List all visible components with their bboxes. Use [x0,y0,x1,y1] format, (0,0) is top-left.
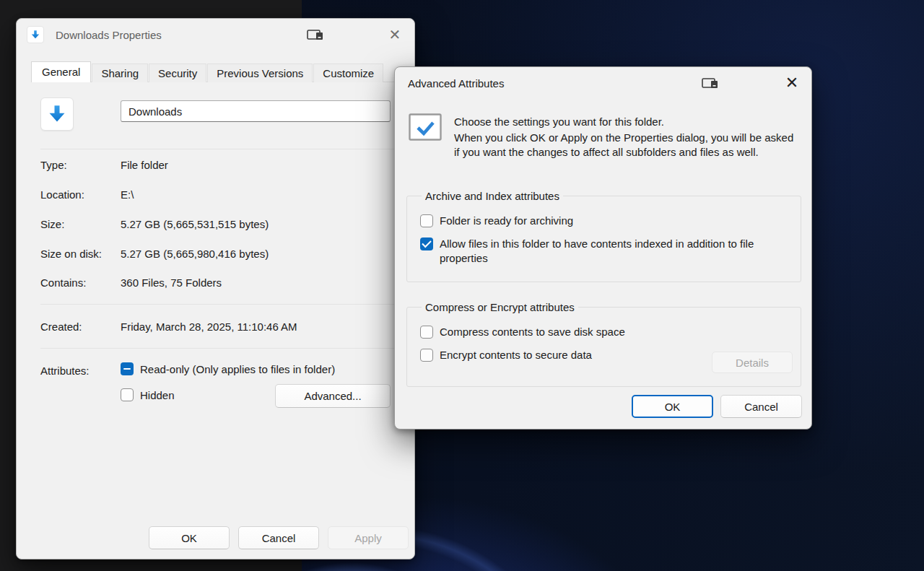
advanced-cancel-button[interactable]: Cancel [720,395,802,418]
size-label: Size: [40,217,121,232]
apply-button[interactable]: Apply [328,526,409,549]
advanced-dialog-title: Advanced Attributes [408,77,504,90]
size-on-disk-label: Size on disk: [40,247,121,261]
advanced-attributes-dialog: Advanced Attributes ✕ Choose the setting… [394,66,812,430]
compress-label: Compress contents to save disk space [440,325,625,339]
compress-checkbox[interactable] [420,326,433,339]
properties-dialog-title: Downloads Properties [56,29,162,41]
cancel-button[interactable]: Cancel [238,526,319,549]
contains-value: 360 Files, 75 Folders [121,276,222,290]
created-label: Created: [40,320,121,334]
hidden-checkbox[interactable] [121,388,134,401]
tab-general[interactable]: General [31,61,91,82]
advanced-titlebar[interactable]: Advanced Attributes ✕ [395,67,811,99]
type-row: Type: File folder [40,158,168,173]
tab-sharing[interactable]: Sharing [92,64,148,82]
readonly-checkbox[interactable] [121,362,134,375]
contains-row: Contains: 360 Files, 75 Folders [40,276,222,290]
attributes-label: Attributes: [40,364,121,378]
folder-name-input[interactable] [121,100,391,122]
attributes-label-row: Attributes: [40,364,121,378]
touch-keyboard-icon [307,28,326,44]
size-row: Size: 5.27 GB (5,665,531,515 bytes) [40,217,269,232]
contains-label: Contains: [40,276,121,290]
compress-checkbox-row: Compress contents to save disk space [420,325,790,339]
type-value: File folder [121,158,168,173]
size-value: 5.27 GB (5,665,531,515 bytes) [121,217,269,232]
download-folder-icon [27,26,44,43]
encrypt-label: Encrypt contents to secure data [440,348,592,362]
folder-icon-tile [40,97,74,131]
touch-keyboard-icon [702,77,720,92]
created-value: Friday, March 28, 2025, 11:10:46 AM [121,320,297,334]
hidden-label: Hidden [140,389,175,401]
advanced-intro-line1: Choose the settings you want for this fo… [454,115,664,129]
compress-encrypt-group: Compress or Encrypt attributes Compress … [406,301,801,387]
location-label: Location: [40,188,121,202]
properties-titlebar[interactable]: Downloads Properties ✕ [17,19,414,51]
location-row: Location: E:\ [40,188,134,202]
archive-index-group: Archive and Index attributes Folder is r… [406,190,801,282]
advanced-button[interactable]: Advanced... [275,384,391,408]
indexing-checkbox[interactable] [420,237,433,250]
readonly-checkbox-row: Read-only (Only applies to files in fold… [121,362,335,375]
divider [40,348,406,349]
advanced-ok-button[interactable]: OK [632,395,713,418]
properties-tabstrip: General Sharing Security Previous Versio… [31,61,384,82]
hidden-checkbox-row: Hidden [121,388,175,401]
close-icon[interactable]: ✕ [381,20,409,49]
indexing-label: Allow files in this folder to have conte… [440,237,786,266]
downloads-properties-dialog: Downloads Properties ✕ General Sharing S… [16,18,415,559]
location-value: E:\ [121,188,134,202]
compress-encrypt-legend: Compress or Encrypt attributes [422,301,578,313]
details-button[interactable]: Details [712,352,793,373]
window-check-icon [409,113,442,144]
size-on-disk-row: Size on disk: 5.27 GB (5,665,980,416 byt… [40,247,269,261]
archiving-label: Folder is ready for archiving [440,214,573,228]
readonly-label: Read-only (Only applies to files in fold… [140,363,335,375]
archiving-checkbox[interactable] [420,214,433,227]
created-row: Created: Friday, March 28, 2025, 11:10:4… [40,320,297,334]
encrypt-checkbox[interactable] [420,349,433,362]
tab-security[interactable]: Security [149,64,206,82]
download-arrow-icon [47,104,67,124]
divider [40,304,406,305]
type-label: Type: [40,158,121,173]
close-icon[interactable]: ✕ [778,69,806,97]
tab-customize[interactable]: Customize [313,64,383,82]
size-on-disk-value: 5.27 GB (5,665,980,416 bytes) [121,247,269,261]
archive-index-legend: Archive and Index attributes [422,190,563,202]
divider [40,149,406,149]
archiving-checkbox-row: Folder is ready for archiving [420,214,790,228]
ok-button[interactable]: OK [149,526,230,549]
advanced-intro-line2: When you click OK or Apply on the Proper… [454,131,799,160]
indexing-checkbox-row: Allow files in this folder to have conte… [420,237,790,266]
tab-previous-versions[interactable]: Previous Versions [207,64,313,82]
